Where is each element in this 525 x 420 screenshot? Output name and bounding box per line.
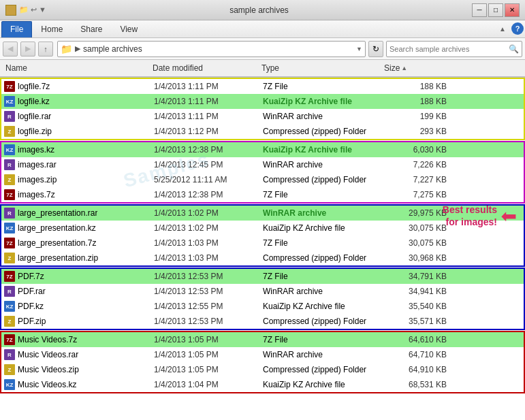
table-row[interactable]: 7Z Music Videos.7z 1/4/2013 1:05 PM 7Z F… — [1, 332, 524, 347]
tab-home[interactable]: Home — [32, 21, 71, 37]
file-size: 68,531 KB — [385, 380, 447, 389]
table-row[interactable]: KZ Music Videos.kz 1/4/2013 1:04 PM Kuai… — [1, 377, 524, 392]
table-row[interactable]: R images.rar 1/4/2013 12:45 PM WinRAR ar… — [1, 157, 524, 172]
table-row[interactable]: 7Z logfile.7z 1/4/2013 1:11 PM 7Z File 1… — [1, 79, 524, 94]
address-text: sample archives — [83, 44, 142, 54]
file-name-cell: R Music Videos.rar — [4, 349, 154, 360]
table-row[interactable]: R logfile.rar 1/4/2013 1:11 PM WinRAR ar… — [1, 109, 524, 124]
file-size: 64,610 KB — [385, 335, 447, 344]
table-row[interactable]: Z logfile.zip 1/4/2013 1:12 PM Compresse… — [1, 124, 524, 139]
search-input[interactable] — [389, 45, 509, 53]
file-icon-kz: KZ — [4, 301, 15, 312]
file-type: 7Z File — [263, 335, 385, 344]
file-name: large_presentation.rar — [18, 208, 97, 218]
minimize-button[interactable]: ─ — [472, 3, 487, 17]
app-icon — [5, 5, 16, 16]
file-icon-7z: 7Z — [4, 81, 15, 92]
file-icon-7z: 7Z — [4, 238, 15, 248]
file-size: 7,275 KB — [385, 190, 447, 199]
table-row[interactable]: Z images.zip 5/25/2012 11:11 AM Compress… — [1, 172, 524, 187]
table-row[interactable]: 7Z large_presentation.7z 1/4/2013 1:03 P… — [1, 236, 524, 251]
help-button[interactable]: ? — [511, 22, 524, 35]
file-group-0: 7Z logfile.7z 1/4/2013 1:11 PM 7Z File 1… — [0, 78, 525, 140]
title-bar: 📁 ↩ ▼ sample archives ─ □ ✕ — [0, 0, 525, 20]
table-row[interactable]: 7Z PDF.7z 1/4/2013 12:53 PM 7Z File 34,7… — [1, 269, 524, 284]
file-icon-7z: 7Z — [4, 189, 15, 200]
file-type: 7Z File — [263, 238, 385, 248]
tab-view[interactable]: View — [111, 21, 146, 37]
file-name: logfile.7z — [18, 82, 50, 91]
file-type: WinRAR archive — [263, 350, 385, 359]
refresh-button[interactable]: ↻ — [368, 41, 383, 57]
file-type: WinRAR archive — [263, 287, 385, 296]
address-bar: ◀ ▶ ↑ 📁 ▶ sample archives ▼ ↻ 🔍 — [0, 38, 525, 60]
folder-icon: 📁 — [61, 44, 72, 54]
ribbon-right-controls: ▲ ? — [496, 22, 524, 37]
file-date: 1/4/2013 1:11 PM — [154, 82, 263, 91]
column-date[interactable]: Date modified — [153, 63, 261, 73]
file-size: 6,030 KB — [385, 145, 447, 155]
file-name-cell: Z PDF.zip — [4, 316, 154, 327]
back-button[interactable]: ◀ — [3, 42, 18, 56]
file-icon-zip: Z — [4, 174, 15, 185]
file-date: 1/4/2013 12:53 PM — [154, 287, 263, 296]
file-type: 7Z File — [263, 190, 385, 199]
file-name: Music Videos.7z — [18, 335, 77, 344]
file-icon-7z: 7Z — [4, 334, 15, 345]
file-type: Compressed (zipped) Folder — [263, 253, 385, 263]
file-icon-zip: Z — [4, 126, 15, 137]
tab-file[interactable]: File — [1, 21, 32, 37]
search-icon[interactable]: 🔍 — [509, 44, 519, 54]
file-date: 1/4/2013 1:04 PM — [154, 380, 263, 389]
window-controls: ─ □ ✕ — [472, 3, 520, 17]
file-size: 199 KB — [385, 112, 447, 121]
file-size: 30,075 KB — [385, 223, 447, 233]
sort-arrow: ▲ — [401, 65, 407, 71]
ribbon-collapse-button[interactable]: ▲ — [496, 24, 509, 34]
file-date: 1/4/2013 12:55 PM — [154, 302, 263, 311]
table-row[interactable]: Z large_presentation.zip 1/4/2013 1:03 P… — [1, 251, 524, 265]
table-row[interactable]: R Music Videos.rar 1/4/2013 1:05 PM WinR… — [1, 347, 524, 362]
maximize-button[interactable]: □ — [488, 3, 503, 17]
file-name-cell: KZ images.kz — [4, 144, 154, 155]
table-row[interactable]: KZ PDF.kz 1/4/2013 12:55 PM KuaiZip KZ A… — [1, 299, 524, 314]
file-name: images.rar — [18, 160, 57, 169]
address-path-bar[interactable]: 📁 ▶ sample archives ▼ — [57, 41, 366, 57]
file-date: 1/4/2013 1:05 PM — [154, 350, 263, 359]
file-type: KuaiZip KZ Archive file — [263, 223, 385, 233]
file-name-cell: 7Z PDF.7z — [4, 271, 154, 282]
address-dropdown-arrow[interactable]: ▼ — [356, 46, 362, 52]
table-row[interactable]: R PDF.rar 1/4/2013 12:53 PM WinRAR archi… — [1, 284, 524, 299]
file-size: 64,910 KB — [385, 365, 447, 374]
file-icon-kz: KZ — [4, 379, 15, 390]
file-name: Music Videos.zip — [18, 365, 79, 374]
file-name-cell: 7Z logfile.7z — [4, 81, 154, 92]
table-row[interactable]: 7Z images.7z 1/4/2013 12:38 PM 7Z File 7… — [1, 187, 524, 202]
annotation-text: Best resultsfor images! — [443, 204, 497, 228]
table-row[interactable]: KZ logfile.kz 1/4/2013 1:11 PM KuaiZip K… — [1, 94, 524, 109]
file-size: 7,226 KB — [385, 160, 447, 169]
file-size: 293 KB — [385, 127, 447, 136]
file-size: 34,791 KB — [385, 272, 447, 281]
table-row[interactable]: KZ images.kz 1/4/2013 12:38 PM KuaiZip K… — [1, 142, 524, 157]
column-name[interactable]: Name — [3, 63, 153, 73]
file-type: Compressed (zipped) Folder — [263, 175, 385, 184]
file-date: 1/4/2013 1:11 PM — [154, 112, 263, 121]
file-name: logfile.rar — [18, 112, 51, 121]
file-name: logfile.kz — [18, 97, 50, 106]
close-button[interactable]: ✕ — [505, 3, 520, 17]
up-button[interactable]: ↑ — [38, 42, 53, 56]
file-type: Compressed (zipped) Folder — [263, 365, 385, 374]
file-name: images.7z — [18, 190, 55, 199]
forward-button[interactable]: ▶ — [20, 42, 35, 56]
table-row[interactable]: Z PDF.zip 1/4/2013 12:53 PM Compressed (… — [1, 314, 524, 329]
file-name: large_presentation.zip — [18, 253, 98, 263]
file-name: PDF.rar — [18, 287, 46, 296]
search-box[interactable]: 🔍 — [386, 41, 522, 57]
column-type[interactable]: Type — [261, 63, 384, 73]
column-size[interactable]: Size ▲ — [384, 63, 445, 73]
tab-share[interactable]: Share — [71, 21, 111, 37]
file-date: 1/4/2013 12:45 PM — [154, 160, 263, 169]
file-group-1: KZ images.kz 1/4/2013 12:38 PM KuaiZip K… — [0, 141, 525, 204]
table-row[interactable]: Z Music Videos.zip 1/4/2013 1:05 PM Comp… — [1, 362, 524, 377]
